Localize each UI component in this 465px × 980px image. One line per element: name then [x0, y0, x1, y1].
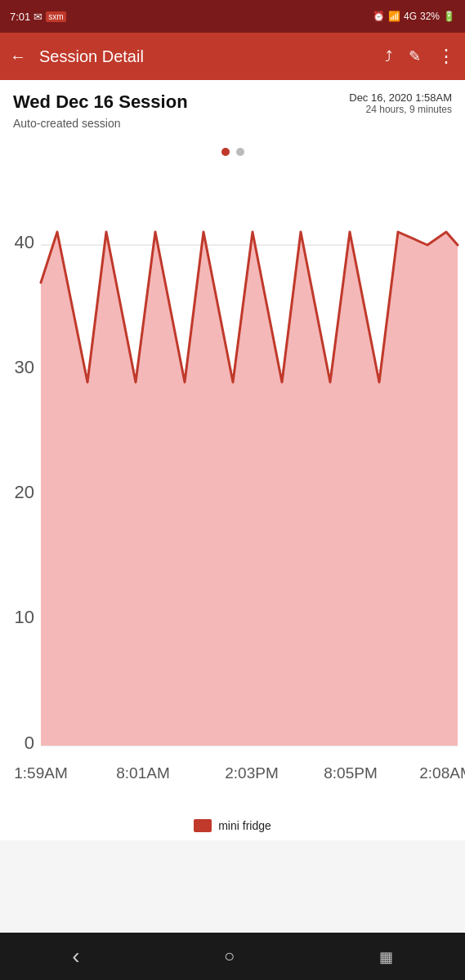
sxm-icon: sxm: [46, 11, 65, 22]
page-indicators: [0, 136, 465, 166]
svg-text:40: 40: [15, 232, 34, 252]
back-button[interactable]: [10, 47, 26, 66]
status-left: 7:01 ✉ sxm: [10, 11, 66, 23]
edit-button[interactable]: [409, 47, 421, 65]
session-meta: Dec 16, 2020 1:58AM 24 hours, 9 minutes: [349, 91, 452, 115]
session-date: Dec 16, 2020 1:58AM: [349, 91, 452, 104]
legend-color-swatch: [194, 819, 212, 832]
nav-home-button[interactable]: [224, 946, 235, 967]
session-header: Wed Dec 16 Session Dec 16, 2020 1:58AM 2…: [13, 91, 452, 115]
status-time: 7:01: [10, 11, 30, 23]
more-options-button[interactable]: [437, 46, 455, 67]
page-dot-1[interactable]: [221, 148, 230, 156]
temperature-chart: 0 10 20 30 40 1:59AM 8:01AM 2:03PM 8:05P…: [0, 174, 465, 811]
svg-text:30: 30: [15, 357, 34, 377]
session-info: Wed Dec 16 Session Dec 16, 2020 1:58AM 2…: [0, 80, 465, 136]
svg-text:10: 10: [15, 607, 34, 627]
share-button[interactable]: [385, 48, 392, 65]
chart-legend: mini fridge: [0, 811, 465, 840]
status-right: ⏰ 📶 4G 32% 🔋: [373, 11, 455, 22]
signal-icon: 4G: [404, 11, 417, 22]
svg-text:8:01AM: 8:01AM: [116, 764, 169, 782]
nav-back-button[interactable]: [72, 943, 79, 969]
wifi-icon: 📶: [388, 11, 400, 22]
chart-wrapper: 0 10 20 30 40 1:59AM 8:01AM 2:03PM 8:05P…: [0, 166, 465, 811]
session-title: Wed Dec 16 Session: [13, 91, 188, 113]
bottom-nav: [0, 933, 465, 980]
battery-text: 32%: [420, 11, 440, 22]
svg-text:0: 0: [25, 733, 34, 753]
svg-text:20: 20: [15, 482, 34, 502]
app-bar-actions: [385, 46, 455, 67]
svg-text:2:03PM: 2:03PM: [225, 764, 278, 782]
app-bar-title: Session Detail: [39, 47, 372, 66]
svg-text:8:05PM: 8:05PM: [324, 764, 377, 782]
legend-label: mini fridge: [218, 819, 271, 832]
status-bar: 7:01 ✉ sxm ⏰ 📶 4G 32% 🔋: [0, 0, 465, 33]
email-icon: ✉: [34, 11, 42, 23]
app-bar: Session Detail: [0, 33, 465, 80]
session-subtitle: Auto-created session: [13, 117, 452, 130]
session-duration: 24 hours, 9 minutes: [349, 104, 452, 115]
svg-text:1:59AM: 1:59AM: [14, 764, 67, 782]
chart-container: 0 10 20 30 40 1:59AM 8:01AM 2:03PM 8:05P…: [0, 174, 465, 811]
alarm-icon: ⏰: [373, 11, 385, 22]
battery-icon: 🔋: [443, 11, 455, 22]
page-dot-2[interactable]: [236, 148, 244, 156]
svg-text:2:08AM: 2:08AM: [419, 764, 465, 782]
nav-recents-button[interactable]: [379, 946, 393, 967]
